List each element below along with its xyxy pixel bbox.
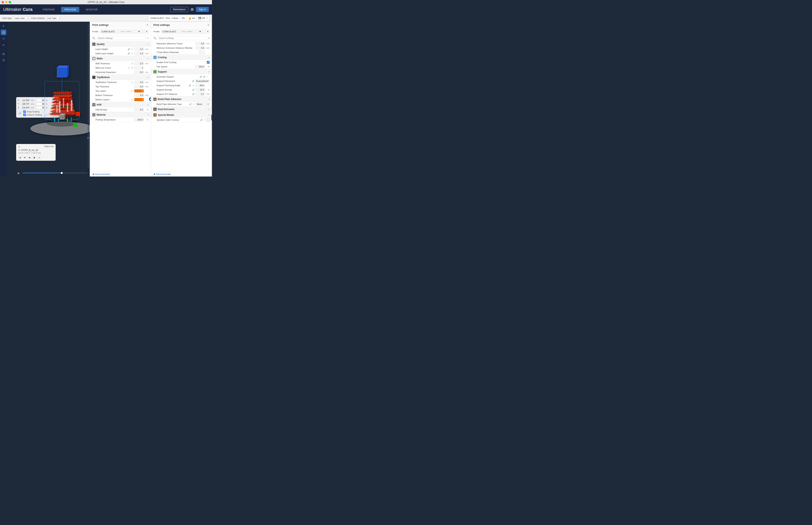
- view-type-select[interactable]: Layer view: [13, 16, 29, 20]
- obj-visible-icon[interactable]: 👁: [23, 155, 27, 160]
- build-plate-section-header[interactable]: ⊟ Build Plate Adhesion ▾: [151, 96, 212, 102]
- object-list-header[interactable]: ▲ Object list: [18, 145, 53, 148]
- profile-select-right[interactable]: CURA OLATZ Fine - 0.8mm ★ ▾: [161, 29, 210, 33]
- wall-line-count-reset-icon[interactable]: ↺: [127, 66, 130, 69]
- support-overhang-angle-value[interactable]: [195, 84, 205, 87]
- search-input-right[interactable]: [157, 36, 207, 40]
- initial-layer-height-value[interactable]: [134, 52, 144, 55]
- recommended-button-left[interactable]: ◀ Recommended: [90, 171, 151, 177]
- spiralize-reset-icon[interactable]: ↺: [203, 119, 206, 121]
- reset-transform-button[interactable]: ↺: [18, 111, 22, 115]
- support-overhang-link-icon[interactable]: 🔗: [188, 84, 191, 87]
- 3d-model[interactable]: [28, 61, 90, 137]
- color-scheme-select[interactable]: Line Type: [46, 16, 61, 20]
- build-plate-adhesion-dropdown[interactable]: None ▾: [196, 103, 210, 106]
- min-extrusion-dist-value[interactable]: [195, 46, 205, 49]
- layer-track[interactable]: [88, 23, 89, 168]
- top-thickness-value[interactable]: [134, 85, 144, 88]
- z-hop-retracted-value[interactable]: [199, 51, 205, 54]
- enable-print-cooling-checkbox[interactable]: [207, 61, 210, 64]
- support-density-value[interactable]: [195, 88, 205, 91]
- close-button[interactable]: [2, 1, 4, 3]
- per-model-settings-button[interactable]: ⚙: [1, 57, 6, 63]
- build-plate-adhesion-link-icon[interactable]: 🔗: [189, 103, 191, 106]
- infill-section-header[interactable]: ✕ Infill ▾: [90, 102, 151, 107]
- move-tool-button[interactable]: ✛: [1, 23, 6, 29]
- spiralize-link-icon[interactable]: 🔗: [200, 119, 203, 121]
- bottom-thickness-value[interactable]: [134, 94, 144, 97]
- wall-line-count-value[interactable]: [134, 66, 144, 70]
- obj-settings-icon[interactable]: ⚙: [18, 155, 22, 160]
- initial-layer-height-reset-icon[interactable]: ↺: [131, 52, 134, 55]
- wall-line-count-fx-icon[interactable]: ƒx: [131, 66, 134, 69]
- generate-support-link1-icon[interactable]: 🔗: [199, 75, 202, 78]
- settings-menu-icon-right[interactable]: ≡: [208, 36, 210, 40]
- build-plate-adhesion-reset-icon[interactable]: ↺: [192, 103, 195, 106]
- wall-thickness-value[interactable]: [134, 62, 144, 65]
- obj-delete-icon[interactable]: 🗑: [32, 155, 36, 160]
- support-xy-distance-link-icon[interactable]: 🔗: [192, 93, 195, 95]
- settings-menu-icon[interactable]: ≡: [147, 36, 149, 40]
- minimize-button[interactable]: [5, 1, 7, 3]
- support-overhang-reset-icon[interactable]: ↺: [192, 84, 195, 87]
- rotate-tool-button[interactable]: ↺: [1, 36, 6, 41]
- layer-progress-bar[interactable]: [22, 172, 87, 174]
- close-right-panel-button[interactable]: ✕: [207, 23, 210, 27]
- layer-handle[interactable]: [87, 137, 89, 139]
- play-button[interactable]: ▶: [17, 171, 21, 175]
- support-tool-button[interactable]: ⊞: [1, 51, 6, 57]
- top-bottom-thickness-value[interactable]: [134, 81, 144, 84]
- scale-tool-button[interactable]: ⊡: [1, 30, 6, 35]
- top-layers-value[interactable]: [134, 89, 144, 92]
- generate-support-check-icon[interactable]: ✓: [206, 75, 209, 78]
- dual-extrusion-section-header[interactable]: ⊞ Dual Extrusion ▾: [151, 106, 212, 112]
- support-section-header[interactable]: ⊥ Support ▾: [151, 69, 212, 75]
- top-bottom-thickness-reset-icon[interactable]: ↺: [131, 81, 134, 84]
- recommended-button-right[interactable]: ◀ Recommended: [151, 171, 212, 177]
- special-modes-section-header[interactable]: ★ Special Modes ▾: [151, 112, 212, 118]
- apps-icon[interactable]: ⊞: [190, 6, 195, 12]
- spiralize-outer-contour-checkbox[interactable]: [207, 119, 210, 121]
- nav-prepare[interactable]: PREPARE: [40, 7, 58, 12]
- support-xy-distance-value[interactable]: [195, 92, 205, 96]
- obj-export-icon[interactable]: ↗: [37, 155, 41, 160]
- support-placement-dropdown[interactable]: Everywhere ▾: [195, 79, 210, 82]
- retraction-min-travel-value[interactable]: [195, 42, 205, 45]
- chevron-down-icon[interactable]: ▾: [206, 17, 208, 19]
- infill-density-value[interactable]: [134, 108, 144, 111]
- snap-scaling-checkbox[interactable]: [23, 110, 26, 113]
- profile-select-left[interactable]: CURA OLATZ Fine - 0.4mm ★ ▾: [100, 29, 149, 33]
- generate-support-link2-icon[interactable]: 🔗: [203, 75, 205, 78]
- nav-monitor[interactable]: MONITOR: [82, 7, 101, 12]
- obj-duplicate-icon[interactable]: ⊞: [28, 155, 32, 160]
- color-scheme-select-wrapper[interactable]: Line Type: [46, 16, 61, 20]
- support-density-link-icon[interactable]: 🔗: [192, 88, 195, 91]
- walls-section-header[interactable]: ⬜ Walls ▾: [90, 56, 151, 61]
- printing-temp-value[interactable]: [134, 118, 144, 121]
- top-layers-fx-icon[interactable]: ƒx: [131, 90, 134, 92]
- bottom-layers-value[interactable]: [134, 98, 144, 101]
- progress-thumb[interactable]: [61, 172, 63, 174]
- horizontal-expansion-value[interactable]: [134, 71, 144, 74]
- view-type-select-wrapper[interactable]: Layer view: [13, 16, 29, 20]
- layer-slider-vertical[interactable]: [87, 22, 90, 169]
- quality-section-header[interactable]: ≡ Quality ▾: [90, 41, 151, 47]
- initial-layer-height-link-icon[interactable]: 🔗: [127, 52, 130, 55]
- close-left-panel-button[interactable]: ✕: [146, 23, 149, 27]
- layer-height-link-icon[interactable]: 🔗: [127, 48, 130, 50]
- sign-in-button[interactable]: Sign in: [196, 7, 209, 12]
- layer-height-value[interactable]: [134, 47, 144, 51]
- bottom-layers-fx-icon[interactable]: ƒx: [131, 98, 134, 101]
- material-section-header[interactable]: ○ Material ▾: [90, 112, 151, 118]
- cooling-section-header[interactable]: ❄ Cooling ▾: [151, 55, 212, 60]
- wall-thickness-fx-icon[interactable]: ƒx: [131, 62, 134, 65]
- search-input-left[interactable]: [96, 36, 146, 40]
- mirror-tool-button[interactable]: ⇌: [1, 42, 6, 48]
- fan-speed-value[interactable]: [195, 65, 205, 68]
- maximize-button[interactable]: [9, 1, 11, 3]
- nav-preview[interactable]: PREVIEW: [61, 7, 79, 12]
- top-bottom-section-header[interactable]: ⬛ Top/Bottom ▾: [90, 75, 151, 80]
- layer-height-reset-icon[interactable]: ↺: [131, 48, 134, 50]
- uniform-scaling-checkbox[interactable]: [23, 114, 26, 116]
- marketplace-button[interactable]: Marketplace: [170, 7, 188, 12]
